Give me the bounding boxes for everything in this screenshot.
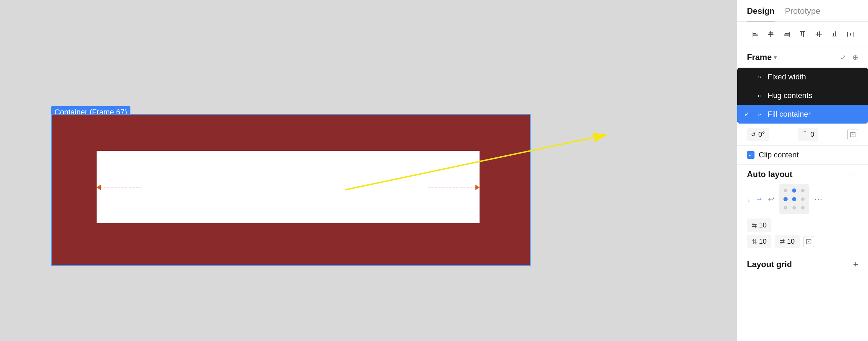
width-dropdown-menu: ↔ Fixed width ›‹ Hug contents ✓ ‹› Fill … <box>737 68 868 124</box>
direction-down-btn[interactable]: ↓ <box>747 195 751 204</box>
fill-container-option[interactable]: ✓ ‹› Fill container <box>737 105 868 124</box>
corner-btn[interactable]: ⊡ <box>847 129 858 140</box>
distribute-h-btn[interactable] <box>844 28 857 40</box>
expand-icon[interactable]: ⤢ <box>840 53 846 61</box>
grid-dot-2 <box>801 189 805 192</box>
canvas-area: Container (Frame 67) <box>0 0 737 341</box>
rotation-input[interactable]: ↺ 0° <box>747 128 769 141</box>
inner-white-box[interactable] <box>97 151 480 223</box>
clip-content-row: ✓ Clip content <box>737 146 868 165</box>
hug-contents-label: Hug contents <box>768 91 812 100</box>
more-options-btn[interactable]: ⋯ <box>814 194 822 204</box>
svg-rect-19 <box>835 31 836 36</box>
frame-container[interactable] <box>51 114 531 266</box>
alignment-row <box>737 22 868 47</box>
auto-layout-header: Auto layout — <box>747 169 858 179</box>
svg-rect-3 <box>753 33 756 34</box>
fill-indicator-right <box>428 187 480 187</box>
padding-v-icon: ⇅ <box>752 238 757 245</box>
radius-icon: ⌒ <box>802 131 808 138</box>
auto-layout-minus[interactable]: — <box>850 169 858 179</box>
svg-rect-11 <box>800 31 805 32</box>
align-bottom-btn[interactable] <box>828 28 841 40</box>
svg-rect-12 <box>801 32 802 36</box>
svg-rect-9 <box>785 33 789 34</box>
padding-expand-btn[interactable]: ⊡ <box>803 235 814 248</box>
svg-rect-21 <box>853 32 854 37</box>
grid-dot-3 <box>801 197 805 201</box>
direction-right-btn[interactable]: → <box>756 195 763 204</box>
svg-rect-10 <box>784 35 789 36</box>
grid-dot-top-center <box>792 188 796 193</box>
grid-dot-4 <box>784 206 787 210</box>
align-center-h-btn[interactable] <box>765 28 777 40</box>
padding-h-value: 10 <box>787 237 795 245</box>
align-left-btn[interactable] <box>749 28 761 40</box>
hug-contents-checkmark <box>744 92 751 99</box>
svg-rect-2 <box>752 32 752 37</box>
layout-grid-title: Layout grid <box>747 260 792 269</box>
svg-rect-13 <box>803 32 804 37</box>
padding-h-icon: ⇄ <box>780 238 785 245</box>
tab-prototype[interactable]: Prototype <box>785 6 820 21</box>
add-layout-grid-btn[interactable]: + <box>853 259 858 270</box>
frame-chevron-icon[interactable]: ▾ <box>774 54 777 61</box>
align-top-btn[interactable] <box>796 28 809 40</box>
spacing-inputs: ⇆ 10 ⇅ 10 ⇄ 10 ⊡ <box>747 218 858 248</box>
grid-dot-center <box>792 197 796 201</box>
panel-tabs: Design Prototype <box>737 0 868 22</box>
corner-icon: ⊡ <box>847 129 858 140</box>
fill-container-icon: ‹› <box>755 111 763 117</box>
frame-section-header: Frame ▾ ⤢ ⊕ <box>737 47 868 68</box>
padding-v-value: 10 <box>759 237 767 245</box>
grid-dot-6 <box>801 206 805 210</box>
clip-content-label: Clip content <box>759 150 799 159</box>
svg-rect-15 <box>817 32 818 36</box>
gap-input[interactable]: ⇆ 10 <box>747 218 771 232</box>
svg-rect-20 <box>847 32 848 37</box>
svg-rect-6 <box>769 32 773 33</box>
clip-content-checkbox[interactable]: ✓ <box>747 151 754 159</box>
frame-label-text: Frame <box>747 52 772 62</box>
expand-padding-icon: ⊡ <box>803 236 814 247</box>
svg-rect-22 <box>850 33 851 36</box>
frame-title: Frame ▾ <box>747 52 777 62</box>
gap-value: 10 <box>759 221 767 229</box>
gap-icon: ⇆ <box>752 222 757 229</box>
fill-container-checkmark: ✓ <box>744 110 751 118</box>
right-panel: Design Prototype Frame ▾ <box>737 0 868 341</box>
align-right-btn[interactable] <box>780 28 793 40</box>
align-middle-btn[interactable] <box>812 28 825 40</box>
rotation-icon: ↺ <box>751 131 756 138</box>
target-icon[interactable]: ⊕ <box>852 53 858 61</box>
rotation-value: 0° <box>758 130 765 138</box>
resize-icons: ⤢ ⊕ <box>840 53 858 61</box>
grid-dot-mid-left <box>783 197 788 201</box>
radius-value: 0 <box>810 130 814 138</box>
auto-layout-title: Auto layout <box>747 169 792 179</box>
grid-dot-1 <box>784 189 787 192</box>
fixed-width-option[interactable]: ↔ Fixed width <box>737 68 868 86</box>
svg-rect-18 <box>833 33 834 36</box>
layout-grid-section: Layout grid + <box>737 253 868 275</box>
padding-h-input[interactable]: ⇄ 10 <box>775 235 799 248</box>
svg-rect-16 <box>819 31 820 37</box>
fixed-width-label: Fixed width <box>768 72 806 81</box>
svg-rect-4 <box>753 35 758 36</box>
hug-contents-option[interactable]: ›‹ Hug contents <box>737 86 868 105</box>
radius-input[interactable]: ⌒ 0 <box>798 128 818 141</box>
padding-v-input[interactable]: ⇅ 10 <box>747 235 771 248</box>
svg-rect-8 <box>789 32 790 37</box>
rotation-radius-row: ↺ 0° ⌒ 0 ⊡ <box>737 124 868 146</box>
hug-contents-icon: ›‹ <box>755 93 763 98</box>
arrow-left-icon <box>97 185 101 190</box>
padding-inputs: ⇅ 10 ⇄ 10 ⊡ <box>747 235 858 248</box>
auto-layout-controls: ↓ → ↩ ⋯ <box>747 184 858 214</box>
tab-design[interactable]: Design <box>747 6 775 21</box>
wrap-btn[interactable]: ↩ <box>768 195 774 204</box>
auto-layout-section: Auto layout — ↓ → ↩ ⋯ <box>737 165 868 253</box>
grid-dot-5 <box>792 206 796 210</box>
spacing-grid[interactable] <box>779 184 809 214</box>
arrow-right-icon <box>475 185 480 190</box>
fixed-width-checkmark <box>744 74 751 81</box>
